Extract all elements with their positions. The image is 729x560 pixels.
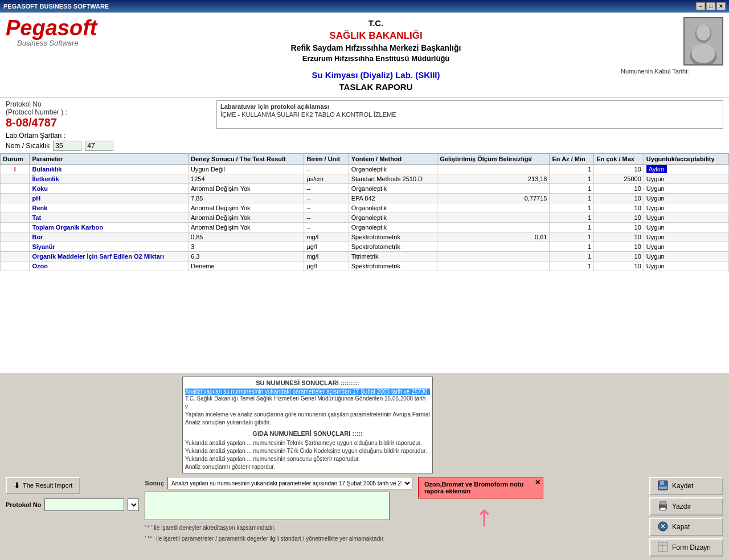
cell-min: 1 bbox=[550, 232, 594, 242]
notification-close-button[interactable]: ✕ bbox=[535, 479, 540, 487]
svg-rect-9 bbox=[660, 501, 666, 505]
cell-method: Spektrofotometrik bbox=[349, 242, 437, 251]
cell-durum bbox=[1, 174, 30, 183]
accept-date-label: Numunenin Kabul Tarihi: bbox=[621, 68, 689, 75]
table-row[interactable]: Toplam Organik Karbon Anormal Değişim Yo… bbox=[1, 222, 729, 232]
cell-max: 10 bbox=[594, 232, 644, 242]
table-row[interactable]: I Bulanıklık Uygun Değil -- Organoleptik… bbox=[1, 164, 729, 174]
cell-parameter: İletkenlik bbox=[30, 174, 189, 183]
protocol-bottom-select[interactable] bbox=[128, 498, 139, 511]
cell-method: Spektrofotometrik bbox=[349, 232, 437, 242]
cell-method: EPA 842 bbox=[349, 193, 437, 203]
protocol-bottom-input[interactable] bbox=[44, 498, 124, 511]
sonuc-select[interactable]: Analizi yapılan su numunesinin yukarıdak… bbox=[167, 477, 412, 489]
cell-uncertainty bbox=[437, 242, 550, 251]
protocol-no-label: Protokol No(Protocol Number ) : bbox=[6, 100, 205, 116]
sonuc-textarea[interactable] bbox=[145, 492, 390, 520]
cell-uncertainty bbox=[437, 164, 550, 174]
maximize-button[interactable]: □ bbox=[706, 2, 715, 10]
cell-method: Spektrofotometrik bbox=[349, 261, 437, 271]
svg-rect-14 bbox=[658, 542, 667, 551]
table-header-row: Durum Parameter Deney Sonucu / The Test … bbox=[1, 153, 729, 164]
cell-min: 1 bbox=[550, 212, 594, 222]
form-dizayn-icon bbox=[657, 541, 669, 554]
header-subtitle1: Su Kimyası (Diyaliz) Lab. (SKIII) bbox=[137, 69, 615, 81]
table-row[interactable]: Renk Anormal Değişim Yok -- Organoleptik… bbox=[1, 203, 729, 212]
col-parameter: Parameter bbox=[30, 153, 189, 164]
result-title-2: GIDA NUMUNELERİ SONUÇLARI ::::: bbox=[185, 430, 430, 437]
result-text-box[interactable]: SU NUMUNESİ SONUÇLARI ::::::::: Analizi … bbox=[182, 377, 433, 473]
cell-unit: µs/cm bbox=[304, 174, 349, 183]
cell-method: Titrimetrik bbox=[349, 251, 437, 261]
cell-uncertainty bbox=[437, 212, 550, 222]
cell-result: Anormal Değişim Yok bbox=[189, 183, 304, 193]
kaydet-label: Kaydet bbox=[672, 482, 693, 490]
import-label: The Result Import bbox=[23, 482, 72, 489]
col-method: Yöntem / Method bbox=[349, 153, 437, 164]
photo-box bbox=[683, 17, 723, 66]
minimize-button[interactable]: − bbox=[696, 2, 705, 10]
cell-min: 1 bbox=[550, 261, 594, 271]
cell-status: Uygun bbox=[644, 183, 728, 193]
header-subtitle2: TASLAK RAPORU bbox=[137, 81, 615, 93]
close-button[interactable]: ✕ bbox=[716, 2, 726, 10]
kapat-icon: ✕ bbox=[657, 521, 669, 534]
table-row[interactable]: Tat Anormal Değişim Yok -- Organoleptik … bbox=[1, 212, 729, 222]
header-line4: Erzurum Hıfzıssıhha Enstitüsü Müdürlüğü bbox=[137, 54, 615, 64]
kapat-button[interactable]: ✕ Kapat bbox=[649, 518, 723, 536]
table-row[interactable]: Ozon Deneme µg/l Spektrofotometrik 1 10 … bbox=[1, 261, 729, 271]
table-row[interactable]: pH 7,85 -- EPA 842 0,77715 1 10 Uygun bbox=[1, 193, 729, 203]
notification-text: Ozon,Bromat ve Bromoform notu rapora ekl… bbox=[424, 481, 537, 494]
table-row[interactable]: Organik Maddeler İçin Sarf Edilen O2 Mik… bbox=[1, 251, 729, 261]
kaydet-button[interactable]: Kaydet bbox=[649, 477, 723, 495]
result-title: SU NUMUNESİ SONUÇLARI ::::::::: bbox=[185, 379, 430, 386]
cell-min: 1 bbox=[550, 174, 594, 183]
table-row[interactable]: İletkenlik 1254 µs/cm Standart Methods 2… bbox=[1, 174, 729, 183]
cell-status: Aykırı bbox=[644, 164, 728, 174]
logo-text: Pegasoft bbox=[6, 17, 131, 39]
cell-uncertainty bbox=[437, 183, 550, 193]
yazdir-button[interactable]: Yazdır bbox=[649, 497, 723, 516]
table-wrapper[interactable]: Durum Parameter Deney Sonucu / The Test … bbox=[0, 153, 729, 307]
svg-text:✕: ✕ bbox=[660, 522, 666, 530]
cell-result: 6,3 bbox=[189, 251, 304, 261]
cell-min: 1 bbox=[550, 183, 594, 193]
nem-input[interactable] bbox=[53, 141, 81, 151]
cell-durum bbox=[1, 261, 30, 271]
svg-rect-7 bbox=[659, 487, 667, 489]
cell-durum bbox=[1, 222, 30, 232]
cell-durum bbox=[1, 203, 30, 212]
cell-method: Organoleptik bbox=[349, 222, 437, 232]
form-dizayn-label: Form Dizayn bbox=[672, 543, 711, 551]
result-text-line-5: Yukarıda analizi yapılan ... numunesinin… bbox=[185, 439, 430, 447]
cell-unit: -- bbox=[304, 183, 349, 193]
cell-result: 7,85 bbox=[189, 193, 304, 203]
left-spacer bbox=[6, 377, 177, 473]
cell-method: Standart Methods 2510.D bbox=[349, 174, 437, 183]
cell-result: 3 bbox=[189, 242, 304, 251]
cell-uncertainty bbox=[437, 222, 550, 232]
photo-placeholder bbox=[685, 18, 722, 64]
table-row[interactable]: Koku Anormal Değişim Yok -- Organoleptik… bbox=[1, 183, 729, 193]
cell-durum bbox=[1, 183, 30, 193]
sicaklik-input[interactable] bbox=[85, 141, 113, 151]
table-row[interactable]: Bor 0,85 mg/l Spektrofotometrik 0,61 1 1… bbox=[1, 232, 729, 242]
cell-parameter: Organik Maddeler İçin Sarf Edilen O2 Mik… bbox=[30, 251, 189, 261]
cell-uncertainty bbox=[437, 203, 550, 212]
import-button[interactable]: ⬇ The Result Import bbox=[6, 477, 80, 494]
cell-durum bbox=[1, 212, 30, 222]
cell-status: Uygun bbox=[644, 232, 728, 242]
cell-result: Anormal Değişim Yok bbox=[189, 222, 304, 232]
cell-max: 10 bbox=[594, 193, 644, 203]
logo-section: Pegasoft Business Software bbox=[6, 17, 131, 93]
cell-durum bbox=[1, 232, 30, 242]
form-dizayn-button[interactable]: Form Dizayn bbox=[649, 538, 723, 557]
yazdir-label: Yazdır bbox=[672, 502, 691, 510]
nem-sicaklik-label: Nem / Sıcaklık bbox=[6, 142, 50, 150]
cell-min: 1 bbox=[550, 222, 594, 232]
right-buttons: Kaydet Yazdır bbox=[649, 477, 723, 557]
center-header: T.C. SAĞLIK BAKANLIĞI Refik Saydam Hıfzı… bbox=[137, 17, 615, 93]
result-text-line-2: T.C. Sağlık Bakanlığı Temel Sağlık Hizme… bbox=[185, 395, 430, 411]
table-row[interactable]: Siyanür 3 µg/l Spektrofotometrik 1 10 Uy… bbox=[1, 242, 729, 251]
bottom-controls: ⬇ The Result Import Protokol No Sonuç An… bbox=[6, 477, 723, 557]
